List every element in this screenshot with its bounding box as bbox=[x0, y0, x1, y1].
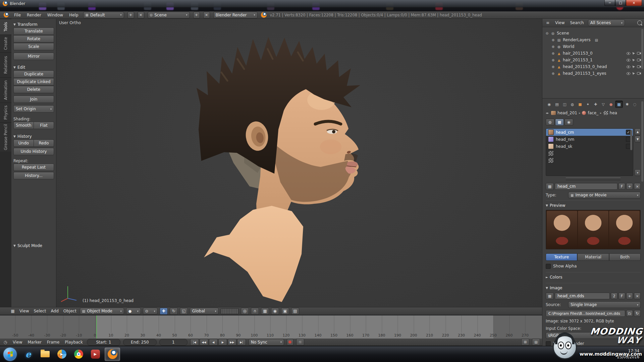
breadcrumb-item[interactable]: hea bbox=[610, 111, 617, 115]
jump-to-start-button[interactable]: |◀ bbox=[190, 339, 199, 346]
taskbar-kmplayer[interactable]: ▶ bbox=[88, 348, 103, 361]
tool-tab-create[interactable]: Create bbox=[0, 35, 11, 52]
breadcrumb-back-icon[interactable]: ◂▸ bbox=[546, 111, 549, 115]
expand-icon[interactable]: ⊖ bbox=[545, 32, 549, 35]
editor-type-3dview-icon[interactable]: ▦ bbox=[9, 308, 16, 314]
editor-type-timeline-icon[interactable]: ◷ bbox=[2, 339, 9, 345]
manipulator-translate-toggle[interactable]: ✚ bbox=[160, 308, 168, 315]
fake-user-button[interactable]: F bbox=[619, 183, 625, 190]
renderability-icon[interactable] bbox=[637, 52, 641, 55]
unlink-texture-button[interactable]: × bbox=[634, 183, 641, 190]
expand-icon[interactable]: ⊕ bbox=[551, 58, 555, 62]
image-source-selector[interactable]: Single Image▾ bbox=[568, 301, 641, 308]
display-mode-material[interactable]: Material bbox=[577, 253, 609, 261]
history-menu-button[interactable]: History... bbox=[13, 172, 54, 179]
undo-button[interactable]: Undo bbox=[13, 139, 34, 147]
render-opengl-anim-button[interactable]: ▣ bbox=[281, 308, 289, 315]
renderability-icon[interactable] bbox=[637, 65, 641, 69]
tool-tab-physics[interactable]: Physics bbox=[0, 103, 11, 122]
properties-scrollbar[interactable] bbox=[641, 101, 643, 182]
display-mode-texture[interactable]: Texture bbox=[546, 253, 577, 261]
panel-header-preview[interactable]: ▼Preview bbox=[546, 200, 641, 208]
renderability-icon[interactable] bbox=[637, 72, 641, 75]
tool-tab-relations[interactable]: Relations bbox=[0, 52, 11, 77]
outliner-item-head_201153_1_eyes[interactable]: ⊕▲head_201153_1_eyes bbox=[542, 70, 644, 77]
new-texture-button[interactable]: + bbox=[626, 183, 633, 190]
start-frame-field[interactable]: Start: 1 bbox=[87, 339, 120, 346]
outliner-scope-selector[interactable]: All Scenes▾ bbox=[588, 19, 625, 26]
image-browse-button[interactable]: ▦ bbox=[546, 293, 554, 300]
properties-tab-render-layers[interactable]: ▤ bbox=[553, 101, 560, 108]
slot-move-up-button[interactable]: ▲ bbox=[635, 128, 641, 135]
editor-type-info-icon[interactable] bbox=[3, 12, 9, 18]
mirror-button[interactable]: Mirror bbox=[13, 53, 54, 60]
transform-orientation-selector[interactable]: Global▾ bbox=[190, 308, 219, 314]
undo-history-button[interactable]: Undo History bbox=[13, 148, 54, 155]
outliner-item-hair_201153_1[interactable]: ⊕▲hair_201153_1 bbox=[542, 57, 644, 63]
start-button[interactable] bbox=[3, 348, 17, 361]
set-origin-dropdown[interactable]: Set Origin▾ bbox=[13, 105, 54, 113]
menu-window[interactable]: Window bbox=[46, 13, 64, 17]
panel-header-edit[interactable]: ▼Edit bbox=[13, 64, 54, 70]
other-texture-context[interactable]: ◉ bbox=[565, 119, 573, 126]
language-indicator[interactable]: FR bbox=[602, 352, 607, 357]
play-button[interactable]: ▶ bbox=[218, 339, 227, 346]
maximize-button[interactable]: □ bbox=[615, 0, 626, 6]
texture-browse-button[interactable]: ▩ bbox=[546, 183, 554, 190]
layers-widget[interactable] bbox=[221, 308, 239, 314]
image-users-count[interactable]: 2 bbox=[611, 293, 618, 299]
menu-help[interactable]: Help bbox=[68, 13, 79, 17]
taskbar-media-player[interactable]: ▶ bbox=[54, 348, 69, 361]
render-still-button[interactable]: ▤ bbox=[291, 308, 299, 315]
image-name-field[interactable]: head_cm.dds bbox=[555, 293, 610, 299]
outliner-item-renderlayers[interactable]: ⊕▤RenderLayers▤ bbox=[542, 37, 644, 43]
add-layout-button[interactable]: + bbox=[127, 12, 134, 18]
render-opengl-button[interactable]: ◉ bbox=[271, 308, 279, 315]
pivot-point-selector[interactable]: ⊙▾ bbox=[143, 308, 158, 314]
texture-slot-empty[interactable] bbox=[546, 157, 633, 164]
add-scene-button[interactable]: + bbox=[193, 12, 200, 18]
slot-move-down-button[interactable]: ▼ bbox=[635, 136, 641, 142]
world-texture-context[interactable]: ◍ bbox=[546, 119, 554, 126]
rotate-button[interactable]: Rotate bbox=[13, 35, 54, 43]
delete-button[interactable]: Delete bbox=[13, 86, 54, 93]
texture-slot-head_sk[interactable]: head_sk bbox=[546, 143, 633, 150]
menu-outliner-view[interactable]: View bbox=[554, 20, 566, 25]
breadcrumb-item[interactable]: head_201 bbox=[557, 111, 577, 115]
reload-image-icon[interactable]: ↻ bbox=[634, 310, 641, 317]
panel-header-image[interactable]: ▼Image bbox=[546, 283, 641, 291]
snap-magnet-toggle[interactable]: ∩ bbox=[251, 308, 259, 315]
show-alpha-checkbox[interactable] bbox=[546, 264, 551, 269]
breadcrumb-item[interactable]: face_ bbox=[588, 111, 598, 115]
keying-set-icon[interactable]: ⚿ bbox=[296, 339, 304, 346]
panel-header-history[interactable]: ▼History bbox=[13, 133, 54, 139]
selectability-icon[interactable] bbox=[632, 65, 636, 69]
visibility-icon[interactable] bbox=[626, 58, 631, 62]
menu-outliner-search[interactable]: Search bbox=[569, 20, 585, 25]
translate-button[interactable]: Translate bbox=[13, 27, 54, 35]
view-as-render-checkbox[interactable] bbox=[546, 341, 551, 346]
mode-selector[interactable]: ▧ Object Mode▾ bbox=[80, 308, 124, 314]
menu-marker[interactable]: Marker bbox=[26, 340, 43, 345]
outliner-item-scene[interactable]: ⊖◎Scene bbox=[542, 30, 644, 37]
properties-tab-object-data[interactable]: ▽ bbox=[600, 101, 607, 108]
duplicate-button[interactable]: Duplicate bbox=[13, 70, 54, 78]
proportional-edit-toggle[interactable]: ◎ bbox=[241, 308, 249, 315]
list-resize-grip[interactable] bbox=[566, 177, 621, 180]
redo-button[interactable]: Redo bbox=[34, 139, 54, 147]
jump-next-keyframe-button[interactable]: ▶▶ bbox=[228, 339, 236, 346]
open-file-icon[interactable]: 🗀 bbox=[626, 310, 633, 317]
properties-tab-material[interactable]: ● bbox=[607, 101, 614, 108]
viewport-shading-selector[interactable]: ●▾ bbox=[126, 308, 141, 314]
panel-header-transform[interactable]: ▼Transform bbox=[13, 21, 54, 27]
colorspace-selector[interactable]: sRGB▾ bbox=[546, 332, 641, 339]
tool-tab-tools[interactable]: Tools bbox=[0, 19, 11, 35]
shade-smooth-button[interactable]: Smooth bbox=[13, 122, 34, 129]
visibility-icon[interactable] bbox=[626, 65, 631, 69]
expand-icon[interactable]: ⊕ bbox=[551, 65, 555, 69]
selectability-icon[interactable] bbox=[632, 58, 636, 62]
search-icon[interactable] bbox=[637, 20, 642, 25]
properties-tab-scene[interactable]: ◫ bbox=[561, 101, 568, 108]
snap-element-selector[interactable]: ▦ bbox=[261, 308, 269, 315]
menu-timeline-view[interactable]: View bbox=[11, 340, 23, 345]
